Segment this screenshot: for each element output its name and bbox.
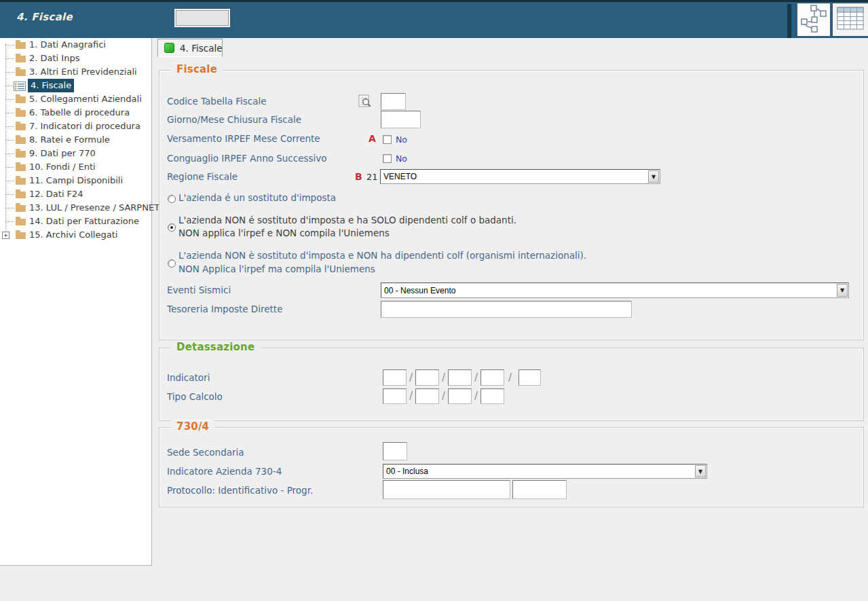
- folder-icon: [16, 137, 26, 144]
- sidebar-item-dati-inps[interactable]: 2. Dati Inps: [0, 52, 152, 65]
- indicatori-input-2[interactable]: [415, 369, 439, 386]
- chevron-down-icon[interactable]: ▼: [837, 284, 848, 297]
- sidebar-item-dati-fatturazione[interactable]: 14. Dati per Fatturazione: [0, 215, 152, 228]
- tab-label: 4. Fiscale: [180, 43, 223, 54]
- label-tesoreria-imposte: Tesoreria Imposte Dirette: [167, 304, 282, 314]
- label-eventi-sismici: Eventi Sismici: [167, 285, 231, 295]
- folder-icon: [16, 124, 26, 130]
- chevron-down-icon[interactable]: ▼: [695, 465, 706, 477]
- indicatori-input-1[interactable]: [383, 369, 407, 386]
- fieldset-detassazione: Detassazione: [159, 348, 864, 421]
- giorno-mese-chiusura-input[interactable]: [381, 111, 421, 128]
- separator: /: [474, 390, 478, 402]
- separator: /: [474, 371, 478, 384]
- fieldset-730-4-legend: 730/4: [171, 420, 214, 433]
- marker-a: A: [369, 133, 376, 144]
- protocollo-progressivo-input[interactable]: [512, 480, 567, 499]
- sidebar-item-fondi-enti[interactable]: 10. Fondi / Enti: [0, 160, 152, 174]
- sidebar-item-ratei-formule[interactable]: 8. Ratei e Formule: [0, 133, 152, 147]
- protocollo-identificativo-input[interactable]: [383, 480, 510, 499]
- folder-icon: [16, 151, 26, 158]
- header-divider: [787, 4, 791, 38]
- separator: /: [442, 390, 445, 402]
- radio-non-sostituto-internazionali-line2: NON Applica l'irpef ma compila l'Uniemen…: [178, 263, 375, 274]
- conguaglio-irpef-checkbox[interactable]: [383, 154, 392, 163]
- radio-non-sostituto-colf-line1: L'azienda NON é sostituto d'imposta e ha…: [178, 215, 516, 225]
- label-indicatori: Indicatori: [167, 372, 210, 383]
- indicatori-input-5[interactable]: [518, 369, 541, 386]
- lookup-icon[interactable]: [358, 94, 372, 111]
- eventi-sismici-select[interactable]: 00 - Nessun Evento ▼: [381, 283, 849, 298]
- versamento-irpef-checkbox-label: No: [396, 134, 407, 145]
- table-icon: [837, 7, 864, 33]
- sidebar-item-dati-f24[interactable]: 12. Dati F24: [0, 187, 152, 201]
- tipo-calcolo-input-4[interactable]: [480, 388, 504, 404]
- indicatori-input-4[interactable]: [480, 369, 504, 386]
- sidebar-item-lul-presenze[interactable]: 13. LUL / Presenze / SARPNET: [0, 201, 152, 215]
- tesoreria-imposte-input[interactable]: [381, 301, 632, 318]
- folder-icon: [16, 205, 26, 212]
- sidebar-tree: 1. Dati Anagrafici 2. Dati Inps 3. Altri…: [0, 38, 152, 566]
- diagram-button[interactable]: [797, 3, 830, 36]
- folder-icon: [16, 110, 26, 117]
- versamento-irpef-checkbox[interactable]: [383, 135, 392, 144]
- sidebar-item-archivi-collegati[interactable]: + 15. Archivi Collegati: [0, 228, 152, 242]
- label-giorno-mese-chiusura: Giorno/Mese Chiusura Fiscale: [167, 114, 301, 125]
- label-indicatore-azienda-730-4: Indicatore Azienda 730-4: [167, 466, 282, 477]
- radio-non-sostituto-internazionali-line1: L'azienda NON è sostituto d'imposta e NO…: [178, 250, 586, 261]
- sidebar-item-tabelle-procedura[interactable]: 6. Tabelle di procedura: [0, 106, 152, 120]
- folder-icon: [16, 56, 26, 62]
- sidebar-item-altri-enti[interactable]: 3. Altri Enti Previdenziali: [0, 65, 152, 79]
- sidebar-item-indicatori-procedura[interactable]: 7. Indicatori di procedura: [0, 120, 152, 133]
- tree-expand-icon[interactable]: +: [2, 232, 10, 239]
- sede-secondaria-input[interactable]: [383, 442, 407, 460]
- table-button[interactable]: [833, 3, 868, 36]
- fieldset-fiscale: Fiscale: [159, 70, 864, 340]
- regione-fiscale-select[interactable]: VENETO ▼: [380, 169, 660, 184]
- radio-non-sostituto-colf[interactable]: [168, 223, 176, 232]
- fieldset-fiscale-legend: Fiscale: [171, 63, 223, 75]
- marker-b: B: [355, 171, 362, 182]
- folder-icon: [16, 96, 26, 103]
- folder-icon: [16, 178, 26, 185]
- separator: /: [442, 371, 445, 384]
- label-sede-secondaria: Sede Secondaria: [167, 447, 244, 458]
- sidebar-item-collegamenti[interactable]: 5. Collegamenti Aziendali: [0, 92, 152, 106]
- app-header: 4. Fiscale: [0, 0, 868, 38]
- sidebar-item-dati-770[interactable]: 9. Dati per 770: [0, 147, 152, 160]
- sidebar-item-campi-disponibili[interactable]: 11. Campi Disponibili: [0, 174, 152, 187]
- codice-tabella-fiscale-input[interactable]: [381, 93, 406, 110]
- radio-non-sostituto-colf-line2: NON applica l'irpef e NON compila l'Unie…: [178, 227, 390, 238]
- label-protocollo: Protocollo: Identificativo - Progr.: [167, 485, 313, 496]
- sidebar-item-fiscale[interactable]: 4. Fiscale: [0, 79, 152, 92]
- folder-icon: [16, 42, 26, 49]
- tipo-calcolo-input-3[interactable]: [448, 388, 472, 404]
- indicatore-azienda-730-4-select[interactable]: 00 - Inclusa ▼: [383, 464, 707, 479]
- separator: /: [409, 371, 413, 384]
- folder-icon: [16, 232, 26, 239]
- tab-fiscale[interactable]: 4. Fiscale: [157, 39, 223, 57]
- conguaglio-irpef-checkbox-label: No: [396, 153, 407, 164]
- folder-icon: [16, 192, 26, 198]
- label-codice-tabella-fiscale: Codice Tabella Fiscale: [167, 96, 267, 107]
- folder-icon: [16, 69, 26, 76]
- tipo-calcolo-input-2[interactable]: [415, 388, 439, 404]
- fieldset-detassazione-legend: Detassazione: [171, 341, 260, 353]
- label-regione-fiscale: Regione Fiscale: [167, 171, 238, 182]
- green-square-icon: [164, 43, 174, 53]
- label-versamento-irpef: Versamento IRPEF Mese Corrente: [167, 133, 320, 144]
- indicatori-input-3[interactable]: [448, 369, 472, 386]
- label-conguaglio-irpef: Conguaglio IRPEF Anno Successivo: [167, 153, 327, 164]
- diagram-icon: [800, 4, 827, 35]
- radio-sostituto-imposta[interactable]: [168, 195, 176, 203]
- regione-fiscale-code: 21: [366, 172, 378, 182]
- folder-icon: [16, 164, 26, 171]
- header-quick-input[interactable]: [176, 10, 229, 26]
- radio-non-sostituto-internazionali[interactable]: [168, 259, 176, 268]
- sidebar-item-dati-anagrafici[interactable]: 1. Dati Anagrafici: [0, 38, 152, 52]
- folder-icon: [16, 219, 26, 225]
- label-tipo-calcolo: Tipo Calcolo: [167, 391, 223, 402]
- separator: /: [409, 390, 413, 402]
- tipo-calcolo-input-1[interactable]: [383, 388, 407, 404]
- chevron-down-icon[interactable]: ▼: [648, 170, 659, 183]
